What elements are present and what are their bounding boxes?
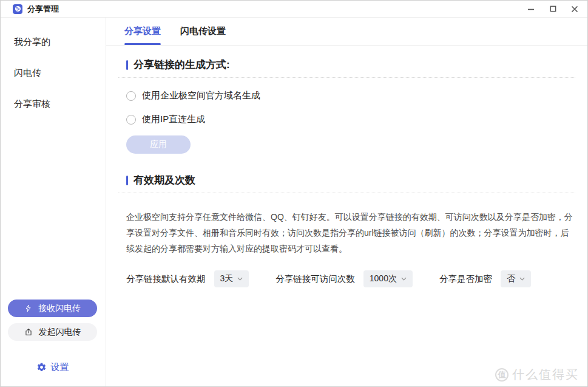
main-content: 分享设置 闪电传设置 分享链接的生成方式: 使用企业极空间官方域名生成 使用IP… <box>106 18 587 386</box>
sidebar: 我分享的 闪电传 分享审核 接收闪电传 发起闪电传 <box>1 18 106 386</box>
chevron-down-icon <box>237 277 243 281</box>
dotted-divider <box>118 77 575 78</box>
app-window: 分享管理 我分享的 闪电传 分享审核 <box>0 0 588 387</box>
sidebar-item-my-shares[interactable]: 我分享的 <box>1 27 106 57</box>
encryption-group: 分享是否加密 否 <box>439 270 531 287</box>
tab-share-settings[interactable]: 分享设置 <box>124 18 161 45</box>
app-title: 分享管理 <box>27 4 59 15</box>
tab-bar: 分享设置 闪电传设置 <box>106 18 587 46</box>
encryption-select[interactable]: 否 <box>501 270 531 287</box>
encryption-value: 否 <box>507 273 515 284</box>
content-area: 分享链接的生成方式: 使用企业极空间官方域名生成 使用IP直连生成 应用 有效 <box>106 46 587 287</box>
send-lightning-button[interactable]: 发起闪电传 <box>8 323 97 341</box>
chevron-down-icon <box>401 277 407 281</box>
access-count-value: 1000次 <box>370 273 397 284</box>
watermark-badge-icon: 值 <box>495 368 509 382</box>
tab-lightning-settings[interactable]: 闪电传设置 <box>180 18 226 45</box>
sidebar-bottom: 接收闪电传 发起闪电传 设置 <box>1 300 106 386</box>
close-icon[interactable] <box>570 5 579 13</box>
watermark-text: 什么值得买 <box>512 366 579 383</box>
sidebar-item-lightning-transfer[interactable]: 闪电传 <box>1 58 106 88</box>
send-lightning-label: 发起闪电传 <box>39 327 81 338</box>
smzdm-watermark: 值 什么值得买 <box>495 366 579 383</box>
lightning-icon <box>24 304 32 313</box>
sidebar-item-share-review[interactable]: 分享审核 <box>1 89 106 119</box>
link-generation-section-header: 分享链接的生成方式: <box>126 58 575 72</box>
radio-icon[interactable] <box>126 115 136 125</box>
radio-icon[interactable] <box>126 91 136 101</box>
maximize-icon[interactable] <box>549 5 557 13</box>
validity-section-header: 有效期及次数 <box>126 173 575 187</box>
access-count-group: 分享链接可访问次数 1000次 <box>275 270 413 287</box>
receive-lightning-label: 接收闪电传 <box>38 303 81 314</box>
default-validity-group: 分享链接默认有效期 3天 <box>126 270 249 287</box>
receive-lightning-button[interactable]: 接收闪电传 <box>8 300 97 317</box>
titlebar: 分享管理 <box>1 1 587 18</box>
app-body: 我分享的 闪电传 分享审核 接收闪电传 发起闪电传 <box>1 18 587 386</box>
sidebar-spacer <box>1 120 106 300</box>
validity-description: 企业极空间支持分享任意文件给微信、QQ、钉钉好友。可以设置分享链接的有效期、可访… <box>126 209 575 256</box>
default-validity-label: 分享链接默认有效期 <box>126 273 206 285</box>
link-generation-title: 分享链接的生成方式: <box>133 58 230 72</box>
access-count-label: 分享链接可访问次数 <box>275 273 355 285</box>
encryption-label: 分享是否加密 <box>439 273 492 285</box>
validity-title: 有效期及次数 <box>133 173 195 187</box>
section-accent-bar <box>126 60 128 70</box>
window-controls <box>527 5 579 13</box>
radio-option-ip-direct[interactable]: 使用IP直连生成 <box>126 114 575 125</box>
minimize-icon[interactable] <box>527 5 535 13</box>
radio-option-official-domain[interactable]: 使用企业极空间官方域名生成 <box>126 90 575 101</box>
section-accent-bar <box>126 176 128 185</box>
default-validity-value: 3天 <box>220 273 234 284</box>
chevron-down-icon <box>519 277 525 281</box>
apply-button[interactable]: 应用 <box>126 135 191 154</box>
dotted-divider <box>118 193 575 193</box>
radio-label-ip-direct: 使用IP直连生成 <box>142 114 205 125</box>
validity-section: 有效期及次数 企业极空间支持分享任意文件给微信、QQ、钉钉好友。可以设置分享链接… <box>126 173 575 287</box>
upload-icon <box>24 327 33 337</box>
settings-label: 设置 <box>51 361 69 373</box>
access-count-select[interactable]: 1000次 <box>363 270 413 287</box>
titlebar-left: 分享管理 <box>13 4 59 15</box>
radio-label-official-domain: 使用企业极空间官方域名生成 <box>142 90 260 101</box>
gear-icon <box>36 362 47 372</box>
settings-button[interactable]: 设置 <box>8 357 97 380</box>
app-logo-icon <box>13 4 22 14</box>
default-validity-select[interactable]: 3天 <box>214 270 249 287</box>
share-settings-controls: 分享链接默认有效期 3天 分享链接可访问次数 1000次 <box>126 270 575 287</box>
